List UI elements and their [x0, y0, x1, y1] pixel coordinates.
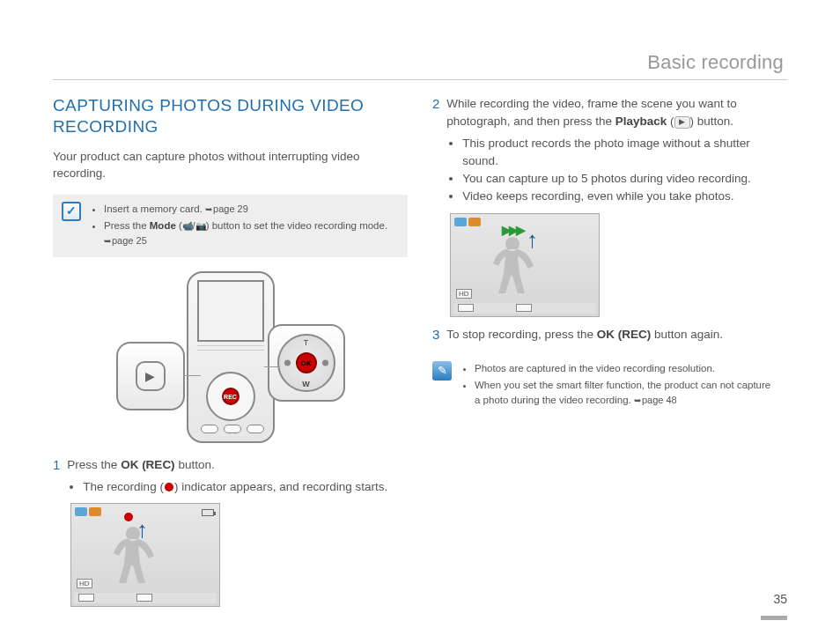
step-body: While recording the video, frame the sce…	[446, 95, 787, 206]
status-tag	[468, 218, 481, 226]
mode-label: Mode	[150, 220, 176, 231]
device-button	[224, 425, 241, 433]
rec-button-small: REC	[222, 388, 239, 405]
section-heading: CAPTURING PHOTOS DURING VIDEO RECORDING	[53, 95, 408, 137]
text: ) indicator appears, and recording start…	[174, 480, 387, 493]
content-columns: CAPTURING PHOTOS DURING VIDEO RECORDING …	[53, 95, 787, 608]
step-2: 2 While recording the video, frame the s…	[432, 95, 787, 206]
callout-leader	[183, 375, 201, 376]
wheel-dot	[284, 360, 291, 366]
status-tag	[75, 507, 87, 516]
screen-mock-recording: ↑ HD	[70, 503, 220, 607]
step-1: 1 Press the OK (REC) button. The recordi…	[53, 456, 408, 496]
intro-text: Your product can capture photos without …	[53, 148, 408, 182]
bar-button	[458, 304, 474, 312]
text: ) button.	[690, 115, 734, 128]
record-indicator-icon	[165, 483, 173, 491]
control-wheel: T OK W	[277, 334, 335, 392]
prereq-item: Press the Mode (📹/📷) button to set the v…	[104, 218, 399, 249]
text: To stop recording, press the	[446, 328, 596, 341]
page-number-bar	[761, 616, 787, 620]
video-mode-icon: 📹/📷	[182, 221, 206, 231]
page-ref: page 29	[205, 203, 248, 214]
text: button.	[175, 458, 215, 471]
device-body: REC	[187, 271, 275, 443]
text: When you set the smart filter function, …	[475, 380, 770, 405]
status-tag	[89, 507, 101, 516]
callout-leader	[264, 366, 280, 367]
playback-icon: ▶	[674, 116, 690, 129]
bottom-bar	[453, 303, 596, 314]
step-number: 1	[53, 456, 60, 496]
text: button again.	[651, 328, 723, 341]
page-ref: page 25	[104, 235, 147, 246]
device-label-band	[197, 345, 264, 351]
text: ) button to set the video recording mode…	[206, 220, 387, 231]
arrow-up-icon: ↑	[527, 226, 538, 254]
step-body: Press the OK (REC) button. The recording…	[67, 456, 408, 496]
playback-label: Playback	[615, 115, 667, 128]
prerequisite-list: Insert a memory card. page 29 Press the …	[90, 202, 399, 251]
step-bullet: You can capture up to 5 photos during vi…	[462, 170, 787, 188]
left-column: CAPTURING PHOTOS DURING VIDEO RECORDING …	[53, 95, 408, 608]
right-column: 2 While recording the video, frame the s…	[432, 95, 787, 608]
prerequisite-box: ✓ Insert a memory card. page 29 Press th…	[53, 195, 408, 258]
device-button	[247, 425, 264, 433]
device-button	[201, 425, 218, 433]
status-icons	[75, 507, 101, 516]
step-bullet: This product records the photo image wit…	[462, 135, 787, 171]
ok-rec-label: OK (REC)	[597, 328, 652, 341]
playback-button-callout: ▶	[116, 342, 185, 410]
step-number: 2	[432, 95, 439, 206]
note-list: Photos are captured in the video recordi…	[461, 361, 778, 410]
arrow-up-icon: ↑	[136, 516, 148, 543]
checkmark-icon: ✓	[62, 202, 81, 221]
step-3: 3 To stop recording, press the OK (REC) …	[432, 326, 787, 344]
text: Press the	[67, 458, 121, 471]
screen-mock-capture: ▶▶▶ ↑ HD	[450, 213, 600, 317]
zoom-tele-label: T	[304, 338, 309, 347]
note-item: When you set the smart filter function, …	[475, 378, 778, 409]
zoom-wide-label: W	[302, 380, 310, 388]
bar-button	[516, 304, 532, 312]
ok-rec-button: OK	[296, 352, 317, 373]
text: Press the	[104, 220, 150, 231]
bar-button	[78, 594, 94, 602]
note-item: Photos are captured in the video recordi…	[475, 361, 778, 376]
ok-button-callout: T OK W	[268, 324, 345, 402]
ok-rec-label: OK (REC)	[121, 458, 175, 471]
page: Basic recording CAPTURING PHOTOS DURING …	[0, 0, 840, 643]
step-body: To stop recording, press the OK (REC) bu…	[446, 326, 787, 344]
playback-icon: ▶	[136, 361, 166, 391]
hd-badge: HD	[456, 289, 472, 299]
device-dpad: REC	[206, 372, 255, 421]
wheel-dot	[322, 360, 328, 366]
text: (	[667, 115, 674, 128]
note-icon: ✎	[432, 361, 452, 381]
step-bullet: Video keeps recording, even while you ta…	[462, 188, 787, 205]
text: The recording (	[83, 480, 164, 493]
text: Insert a memory card.	[104, 203, 205, 214]
bottom-bar	[74, 593, 217, 603]
prereq-item: Insert a memory card. page 29	[104, 202, 399, 217]
step-bullet: The recording () indicator appears, and …	[83, 478, 408, 496]
subject-figure	[107, 520, 159, 590]
device-illustration: REC ▶ T OK W	[116, 271, 345, 447]
device-screen	[197, 280, 264, 342]
note-box: ✎ Photos are captured in the video recor…	[432, 354, 787, 418]
chapter-title: Basic recording	[647, 51, 784, 74]
header-rule	[53, 79, 787, 80]
page-ref: page 48	[634, 395, 677, 405]
status-tag	[454, 218, 467, 226]
battery-icon	[202, 509, 214, 516]
status-icons	[454, 218, 481, 226]
text: (	[176, 220, 182, 231]
page-number: 35	[773, 592, 787, 606]
bar-button	[136, 594, 152, 602]
step-number: 3	[432, 326, 439, 344]
hd-badge: HD	[77, 579, 92, 588]
